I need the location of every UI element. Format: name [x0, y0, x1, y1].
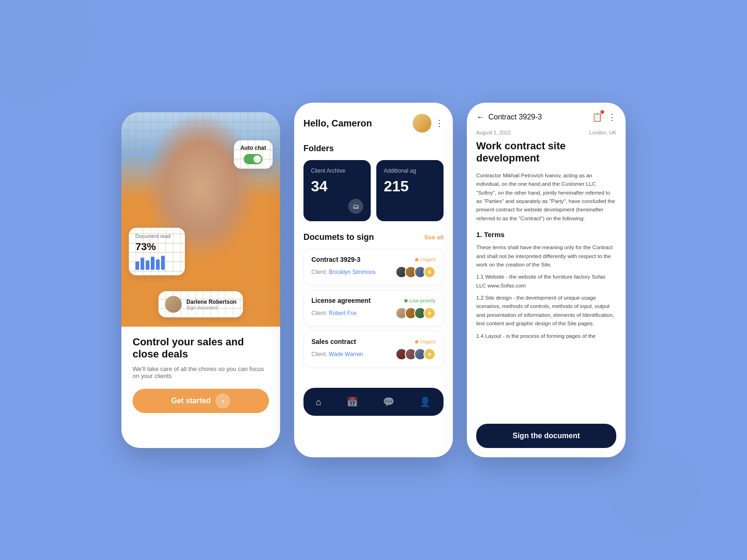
- priority-1: Urgent: [415, 257, 436, 262]
- docs-title: Documets to sign: [303, 232, 374, 242]
- bar-4: [151, 257, 155, 270]
- back-arrow-icon: ←: [476, 112, 485, 122]
- doc-item-top: Contract 3929-3 Urgent: [311, 256, 436, 263]
- client-name-3: Wade Warren: [329, 351, 363, 357]
- dashboard-content: Hello, Cameron ⋮ Folders Client Archive …: [294, 103, 453, 383]
- contract-doc-title: Work contract site development: [476, 140, 616, 165]
- contract-menu-icon[interactable]: ⋮: [608, 112, 616, 122]
- doc-item-top-3: Sales contract Urgent: [311, 338, 436, 345]
- client-name-1: Brooklyn Simmons: [329, 269, 375, 275]
- contract-intro: Contractor Mikhail Petrovich Ivanov, act…: [476, 171, 616, 223]
- priority-label-2: Low priority: [409, 298, 436, 303]
- notif-badge: [600, 110, 604, 114]
- folder-client-archive[interactable]: Client Archive 34 🗂: [303, 160, 371, 221]
- doc-item-bottom-3: Client: Wade Warren +: [311, 348, 436, 360]
- folder1-label: Client Archive: [311, 168, 363, 174]
- doc-item-top-2: License agreement Low priority: [311, 297, 436, 304]
- user-avatar[interactable]: [413, 114, 431, 133]
- priority-3: Urgent: [415, 339, 436, 344]
- document-read-card: Document read 73%: [129, 228, 185, 275]
- avatars-3: +: [395, 348, 436, 360]
- bar-1: [135, 261, 139, 270]
- doc-read-percent: 73%: [135, 241, 178, 253]
- doc-name-3: Sales contract: [311, 338, 356, 345]
- doc-item-bottom-2: Client: Robert Fox +: [311, 307, 436, 319]
- bar-5: [156, 259, 160, 270]
- folder-additional[interactable]: Additional ag 215: [376, 160, 444, 221]
- back-button[interactable]: ← Contract 3929-3: [476, 112, 542, 122]
- contract-header: ← Contract 3929-3 📋 ⋮: [476, 112, 616, 122]
- contract-date: August 1, 2022: [476, 130, 511, 135]
- bar-3: [146, 260, 149, 270]
- auto-chat-card: Auto chat: [234, 140, 273, 169]
- header-right: ⋮: [413, 114, 444, 133]
- notification-icon[interactable]: 📋: [592, 112, 602, 122]
- see-all-link[interactable]: See all: [424, 234, 444, 241]
- header-icons: 📋 ⋮: [592, 112, 616, 122]
- add-avatar-btn-1[interactable]: +: [423, 266, 436, 278]
- doc-item-sales[interactable]: Sales contract Urgent Client: Wade Warre…: [303, 331, 444, 367]
- auto-chat-toggle[interactable]: [244, 154, 262, 164]
- onboarding-content: Control your sales and close deals We'll…: [121, 327, 280, 422]
- signer-info: Darlene Robertson Sign document: [186, 299, 236, 310]
- folders-title: Folders: [303, 144, 444, 154]
- hero-image: Document read 73% Auto chat: [121, 112, 280, 327]
- avatars-2: +: [395, 307, 436, 319]
- section1-body: These terms shall have the meaning only …: [476, 243, 616, 269]
- doc-name-2: License agreement: [311, 297, 371, 304]
- sign-action: Sign document: [186, 305, 236, 310]
- priority-2: Low priority: [404, 298, 436, 303]
- client-label-3: Client: Wade Warren: [311, 351, 363, 357]
- add-avatar-btn-2[interactable]: +: [423, 307, 436, 319]
- docs-header: Documets to sign See all: [303, 232, 444, 242]
- menu-dots-icon[interactable]: ⋮: [435, 118, 444, 128]
- folder2-number: 215: [384, 178, 436, 195]
- get-started-button[interactable]: Get started ›: [133, 389, 269, 413]
- greeting-text: Hello, Cameron: [303, 118, 372, 129]
- bar-2: [141, 258, 144, 270]
- folder-icon-circle: 🗂: [348, 199, 363, 214]
- doc-item-contract[interactable]: Contract 3929-3 Urgent Client: Brooklyn …: [303, 249, 444, 285]
- sign-document-button[interactable]: Sign the document: [476, 424, 616, 448]
- priority-dot-2: [404, 299, 408, 302]
- folders-row: Client Archive 34 🗂 Additional ag 215: [303, 160, 444, 221]
- arrow-icon: ›: [215, 393, 230, 408]
- contract-content: ← Contract 3929-3 📋 ⋮ August 1, 2022 Lon…: [467, 103, 626, 457]
- contract-location: London, UK: [589, 130, 616, 135]
- priority-label-1: Urgent: [420, 257, 436, 262]
- screen-contract-detail: ← Contract 3929-3 📋 ⋮ August 1, 2022 Lon…: [467, 103, 626, 457]
- nav-profile-icon[interactable]: 👤: [415, 394, 436, 409]
- screen-dashboard: Hello, Cameron ⋮ Folders Client Archive …: [294, 103, 453, 457]
- nav-home-icon[interactable]: ⌂: [311, 395, 326, 409]
- signer-avatar: [165, 296, 182, 313]
- auto-chat-label: Auto chat: [240, 145, 266, 151]
- client-label-2: Client: Robert Fox: [311, 310, 357, 316]
- term-1-2: 1.2 Site design - the development of uni…: [476, 294, 616, 328]
- doc-name-1: Contract 3929-3: [311, 256, 360, 263]
- avatars-1: +: [395, 266, 436, 278]
- term-1-1: 1.1 Website - the website of the furnitu…: [476, 273, 616, 290]
- bar-6: [161, 256, 165, 270]
- onboarding-headline: Control your sales and close deals: [133, 336, 269, 361]
- doc-item-license[interactable]: License agreement Low priority Client: R…: [303, 290, 444, 326]
- sign-document-card: Darlene Robertson Sign document: [158, 291, 243, 317]
- doc-read-label: Document read: [135, 233, 178, 239]
- get-started-label: Get started: [171, 397, 211, 405]
- signer-name: Darlene Robertson: [186, 299, 236, 305]
- section1-title: 1. Terms: [476, 229, 616, 240]
- onboarding-subtext: We'll take care of all the chores so you…: [133, 365, 269, 379]
- dashboard-header: Hello, Cameron ⋮: [303, 114, 444, 133]
- nav-chat-icon[interactable]: 💬: [378, 394, 399, 409]
- contract-body: Contractor Mikhail Petrovich Ivanov, act…: [476, 171, 616, 418]
- add-avatar-btn-3[interactable]: +: [423, 348, 436, 360]
- priority-dot-3: [415, 340, 418, 343]
- priority-dot-1: [415, 258, 418, 261]
- screen-onboarding: Document read 73% Auto chat: [121, 112, 280, 448]
- bottom-navigation: ⌂ 📅 💬 👤: [303, 388, 444, 416]
- nav-calendar-icon[interactable]: 📅: [342, 394, 363, 409]
- doc-item-bottom-1: Client: Brooklyn Simmons +: [311, 266, 436, 278]
- client-label-1: Client: Brooklyn Simmons: [311, 269, 375, 275]
- contract-meta: August 1, 2022 London, UK: [476, 130, 616, 135]
- folder2-label: Additional ag: [384, 168, 436, 174]
- folder1-icon: 🗂: [311, 199, 363, 214]
